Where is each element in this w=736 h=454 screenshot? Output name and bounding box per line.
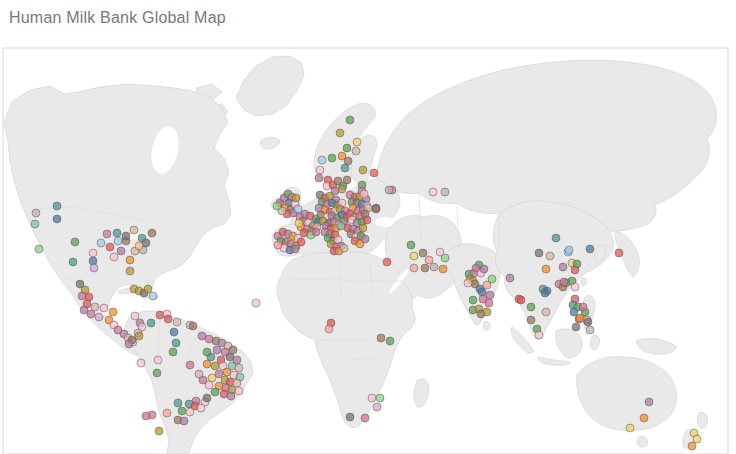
milk-bank-dot[interactable] [425,256,433,264]
milk-bank-dot[interactable] [113,229,121,237]
world-map[interactable] [0,0,736,454]
milk-bank-dot[interactable] [527,316,535,324]
milk-bank-dot[interactable] [346,116,354,124]
milk-bank-dot[interactable] [154,356,162,364]
milk-bank-dot[interactable] [559,263,567,271]
milk-bank-dot[interactable] [576,314,584,322]
milk-bank-dot[interactable] [197,404,205,412]
milk-bank-dot[interactable] [439,265,447,273]
milk-bank-dot[interactable] [645,398,653,406]
milk-bank-dot[interactable] [71,238,79,246]
milk-bank-dot[interactable] [170,328,178,336]
milk-bank-dot[interactable] [472,264,480,272]
milk-bank-dot[interactable] [195,370,203,378]
milk-bank-dot[interactable] [331,187,339,195]
milk-bank-dot[interactable] [164,315,172,323]
milk-bank-dot[interactable] [53,202,61,210]
milk-bank-dot[interactable] [359,166,367,174]
milk-bank-dot[interactable] [87,310,95,318]
milk-bank-dot[interactable] [346,413,354,421]
milk-bank-dot[interactable] [410,264,418,272]
milk-bank-dot[interactable] [419,249,427,257]
milk-bank-dot[interactable] [441,254,449,262]
milk-bank-dot[interactable] [640,414,648,422]
milk-bank-dot[interactable] [570,308,578,316]
milk-bank-dot[interactable] [359,224,367,232]
milk-bank-dot[interactable] [385,186,393,194]
milk-bank-dot[interactable] [189,322,197,330]
milk-bank-dot[interactable] [155,427,163,435]
milk-bank-dot[interactable] [122,232,130,240]
milk-bank-dot[interactable] [368,394,376,402]
milk-bank-dot[interactable] [137,359,145,367]
milk-bank-dot[interactable] [142,412,150,420]
milk-bank-dot[interactable] [469,296,477,304]
milk-bank-dot[interactable] [343,144,351,152]
milk-bank-dot[interactable] [90,264,98,272]
milk-bank-dot[interactable] [360,190,368,198]
milk-bank-dot[interactable] [153,369,161,377]
milk-bank-dot[interactable] [318,156,326,164]
milk-bank-dot[interactable] [485,299,493,307]
milk-bank-dot[interactable] [363,216,371,224]
milk-bank-dot[interactable] [178,407,186,415]
milk-bank-dot[interactable] [542,308,550,316]
milk-bank-dot[interactable] [148,229,156,237]
milk-bank-dot[interactable] [483,308,491,316]
milk-bank-dot[interactable] [110,253,118,261]
milk-bank-dot[interactable] [186,361,194,369]
milk-bank-dot[interactable] [169,348,177,356]
milk-bank-dot[interactable] [117,247,125,255]
milk-bank-dot[interactable] [579,303,587,311]
milk-bank-dot[interactable] [203,394,211,402]
milk-bank-dot[interactable] [328,154,336,162]
milk-bank-dot[interactable] [480,265,488,273]
milk-bank-dot[interactable] [421,264,429,272]
milk-bank-dot[interactable] [180,417,188,425]
milk-bank-dot[interactable] [294,205,302,213]
milk-bank-dot[interactable] [252,299,260,307]
milk-bank-dot[interactable] [103,230,111,238]
milk-bank-dot[interactable] [69,258,77,266]
milk-bank-dot[interactable] [615,249,623,257]
milk-bank-dot[interactable] [429,188,437,196]
milk-bank-dot[interactable] [31,220,39,228]
milk-bank-dot[interactable] [97,239,105,247]
milk-bank-dot[interactable] [352,147,360,155]
milk-bank-dot[interactable] [211,388,219,396]
milk-bank-dot[interactable] [144,285,152,293]
milk-bank-dot[interactable] [361,414,369,422]
map-panel[interactable] [0,0,736,454]
milk-bank-dot[interactable] [535,331,543,339]
milk-bank-dot[interactable] [89,249,97,257]
milk-bank-dot[interactable] [486,291,494,299]
milk-bank-dot[interactable] [149,292,157,300]
milk-bank-dot[interactable] [586,326,594,334]
milk-bank-dot[interactable] [571,266,579,274]
milk-bank-dot[interactable] [340,244,348,252]
milk-bank-dot[interactable] [274,241,282,249]
milk-bank-dot[interactable] [488,275,496,283]
milk-bank-dot[interactable] [373,403,381,411]
milk-bank-dot[interactable] [235,364,243,372]
milk-bank-dot[interactable] [626,424,634,432]
milk-bank-dot[interactable] [383,258,391,266]
milk-bank-dot[interactable] [517,296,525,304]
milk-bank-dot[interactable] [147,319,155,327]
milk-bank-dot[interactable] [174,399,182,407]
milk-bank-dot[interactable] [130,226,138,234]
milk-bank-dot[interactable] [233,379,241,387]
milk-bank-dot[interactable] [336,129,344,137]
milk-bank-dot[interactable] [688,442,696,450]
milk-bank-dot[interactable] [273,202,281,210]
milk-bank-dot[interactable] [106,243,114,251]
milk-bank-dot[interactable] [163,409,171,417]
milk-bank-dot[interactable] [552,234,560,242]
milk-bank-dot[interactable] [361,235,369,243]
milk-bank-dot[interactable] [186,408,194,416]
milk-bank-dot[interactable] [135,242,143,250]
milk-bank-dot[interactable] [584,318,592,326]
milk-bank-dot[interactable] [571,283,579,291]
milk-bank-dot[interactable] [430,263,438,271]
milk-bank-dot[interactable] [312,228,320,236]
